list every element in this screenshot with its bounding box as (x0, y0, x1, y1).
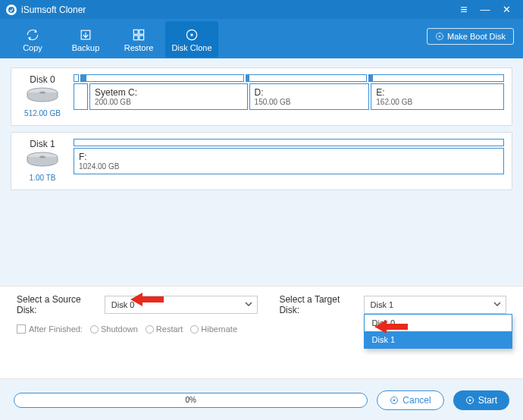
partition-usage-bar (80, 74, 243, 82)
annotation-arrow-icon (130, 291, 164, 311)
title-bar: iSumsoft Cloner ≡ — ✕ (0, 0, 523, 19)
partition-size: 150.00 GB (255, 98, 365, 106)
hibernate-radio[interactable]: Hibernate (190, 324, 237, 334)
copy-tab[interactable]: Copy (6, 21, 59, 58)
partition-usage-bar (74, 74, 79, 82)
svg-marker-15 (374, 320, 408, 334)
after-finished-label: After Finished: (29, 324, 83, 334)
partition-name: E: (376, 87, 499, 98)
svg-rect-5 (139, 36, 144, 40)
diskclone-label: Disk Clone (171, 43, 211, 52)
disk-name: Disk 0 (19, 74, 66, 85)
svg-rect-3 (139, 30, 144, 34)
backup-tab[interactable]: Backup (59, 21, 112, 58)
disk-size: 1.00 TB (19, 174, 66, 182)
target-disk-label: Select a Target Disk: (279, 294, 359, 315)
svg-marker-18 (469, 399, 471, 402)
options-panel: Select a Source Disk: Disk 0 Select a Ta… (0, 286, 523, 354)
shutdown-radio[interactable]: Shutdown (90, 324, 138, 334)
disk-size: 512.00 GB (19, 109, 66, 118)
restore-label: Restore (124, 43, 154, 52)
partition-box[interactable]: F:1024.00 GB (74, 148, 504, 174)
hdd-icon (19, 151, 66, 172)
partition-name: D: (255, 87, 365, 98)
svg-point-13 (39, 156, 45, 158)
source-disk-select[interactable]: Disk 0 (105, 296, 258, 314)
menu-button[interactable]: ≡ (453, 5, 474, 15)
annotation-arrow-icon (374, 318, 408, 338)
partition-usage-bar (368, 74, 504, 82)
diskclone-tab[interactable]: Disk Clone (165, 21, 218, 58)
app-title: iSumsoft Cloner (21, 5, 453, 15)
partition-usage-bar (246, 74, 367, 82)
disk-list-panel: Disk 0 512.00 GBSyetem C:200.00 GBD:150.… (0, 58, 523, 286)
copy-icon (25, 27, 40, 43)
diskclone-icon (184, 27, 199, 43)
partition-name: F: (79, 152, 499, 162)
bootdisk-icon (435, 32, 444, 41)
cancel-button[interactable]: Cancel (377, 390, 443, 410)
source-disk-label: Select a Source Disk: (17, 294, 100, 315)
target-disk-select[interactable]: Disk 1 Disk 0 Disk 1 (364, 296, 506, 314)
copy-label: Copy (23, 43, 42, 52)
restart-radio[interactable]: Restart (146, 324, 183, 334)
backup-label: Backup (72, 43, 100, 52)
app-logo-icon (6, 5, 17, 15)
svg-point-7 (190, 33, 193, 36)
toolbar: Copy Backup Restore Disk Clone Make Boot… (0, 19, 523, 58)
disk-card[interactable]: Disk 1 1.00 TBF:1024.00 GB (11, 132, 512, 190)
bootdisk-label: Make Boot Disk (447, 32, 506, 41)
restore-icon (131, 27, 146, 43)
chevron-down-icon (245, 300, 252, 309)
backup-icon (78, 27, 93, 43)
disk-name: Disk 1 (19, 139, 66, 149)
footer: 0% Cancel Start (0, 378, 523, 420)
partition-size: 162.00 GB (376, 98, 499, 106)
partition-size: 200.00 GB (95, 98, 243, 106)
progress-bar: 0% (14, 393, 368, 408)
make-boot-disk-button[interactable]: Make Boot Disk (427, 28, 514, 45)
partition-box[interactable] (74, 83, 88, 110)
disk-card[interactable]: Disk 0 512.00 GBSyetem C:200.00 GBD:150.… (11, 67, 512, 126)
partition-size: 1024.00 GB (79, 162, 499, 171)
hdd-icon (19, 86, 66, 108)
svg-point-0 (8, 7, 14, 13)
svg-rect-4 (133, 36, 138, 40)
partition-name: Syetem C: (95, 87, 243, 98)
after-finished-checkbox[interactable]: After Finished: (17, 324, 83, 334)
partition-box[interactable]: D:150.00 GB (249, 83, 370, 110)
svg-point-11 (39, 92, 45, 94)
partition-box[interactable]: E:162.00 GB (371, 83, 504, 110)
svg-point-8 (436, 33, 443, 40)
start-label: Start (478, 395, 497, 406)
restore-tab[interactable]: Restore (112, 21, 165, 58)
cancel-label: Cancel (402, 395, 431, 406)
start-button[interactable]: Start (453, 390, 509, 410)
svg-point-9 (439, 36, 440, 37)
svg-marker-14 (130, 293, 164, 306)
target-disk-value: Disk 1 (371, 300, 394, 309)
partition-usage-bar (74, 139, 504, 146)
play-icon (465, 396, 474, 405)
close-button[interactable]: ✕ (496, 4, 517, 15)
progress-text: 0% (185, 396, 196, 404)
partition-box[interactable]: Syetem C:200.00 GB (89, 83, 248, 110)
cancel-icon (390, 396, 399, 405)
svg-rect-2 (133, 30, 138, 34)
minimize-button[interactable]: — (474, 4, 496, 15)
chevron-down-icon (493, 300, 501, 309)
